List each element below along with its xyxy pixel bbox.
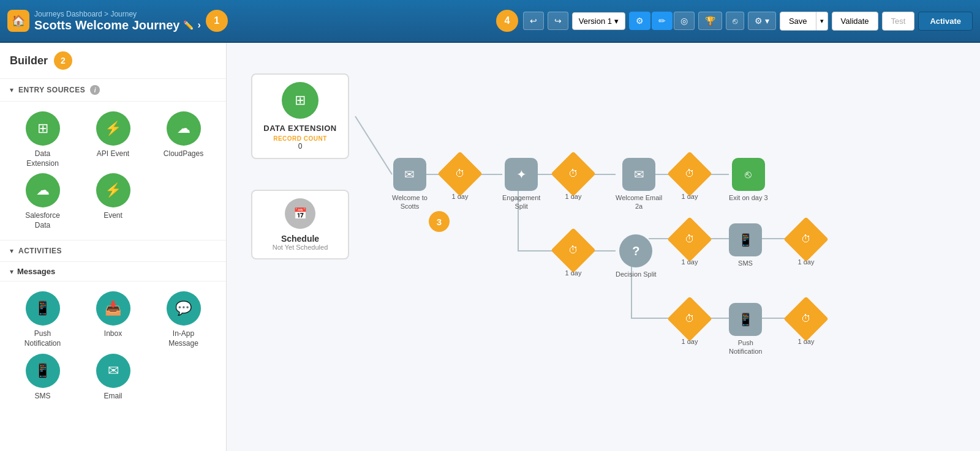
target-view-button[interactable]: ◎ <box>674 12 695 30</box>
journey-title: Scotts Welcome Journey ✏️ › <box>34 18 201 32</box>
push-notification-icon: 📱 <box>26 291 60 326</box>
node-wait5[interactable]: ⏱ 1 day <box>674 223 706 266</box>
schedule-node[interactable]: 📅 Schedule Not Yet Scheduled <box>251 190 349 259</box>
node-exit-day3[interactable]: ⎋ Exit on day 3 <box>729 158 768 202</box>
edit-icon[interactable]: ✏️ <box>183 20 194 30</box>
sidebar-title: Builder <box>10 54 48 67</box>
node-wait1[interactable]: ⏱ 1 day <box>444 158 476 201</box>
entry-sources-info-icon: i <box>90 85 100 95</box>
api-event-icon: ⚡ <box>96 111 130 146</box>
entry-icon: ⊞ <box>282 82 318 119</box>
decision-split-icon: ? <box>619 234 652 267</box>
view-icons: ⚙ ✏ ◎ <box>629 12 695 30</box>
entry-event[interactable]: ⚡ Event <box>80 173 146 230</box>
wait4-icon: ⏱ <box>551 228 596 273</box>
breadcrumb: Journeys Dashboard > Journey <box>34 10 201 18</box>
email-icon: ✉ <box>96 354 130 388</box>
data-extension-icon: ⊞ <box>26 111 60 146</box>
step-badge-1: 1 <box>206 10 228 32</box>
canvas[interactable]: ⊞ DATA EXTENSION RECORD COUNT 0 📅 Schedu… <box>227 43 980 451</box>
entry-title: DATA EXTENSION <box>260 124 341 133</box>
edit-view-button[interactable]: ✏ <box>652 12 673 30</box>
node-welcome-email-2a[interactable]: ✉ Welcome Email2a <box>616 158 662 211</box>
node-sms1[interactable]: 📱 SMS <box>729 223 762 267</box>
sms1-label: SMS <box>738 259 753 267</box>
entry-cloudpages[interactable]: ☁ CloudPages <box>151 111 216 168</box>
messages-chevron[interactable]: ▾ <box>10 267 13 276</box>
activate-button[interactable]: Activate <box>918 12 973 31</box>
entry-sources-header: ▾ ENTRY SOURCES i <box>0 79 226 102</box>
entry-sources-grid: ⊞ DataExtension ⚡ API Event ☁ CloudPages… <box>0 102 226 240</box>
msg-in-app-message[interactable]: 💬 In-AppMessage <box>151 291 216 348</box>
connectors-svg <box>239 55 974 434</box>
entry-data-extension[interactable]: ⊞ DataExtension <box>10 111 75 168</box>
filter-view-button[interactable]: ⚙ <box>629 12 650 30</box>
save-dropdown-button[interactable]: ▾ <box>816 12 828 31</box>
node-decision-split[interactable]: ? Decision Split <box>616 234 657 278</box>
sidebar: Builder 2 ▾ ENTRY SOURCES i ⊞ DataExtens… <box>0 43 227 451</box>
save-button[interactable]: Save <box>780 12 816 31</box>
version-label: Version 1 <box>579 17 612 26</box>
inbox-icon: 📥 <box>96 291 130 326</box>
msg-push-notification[interactable]: 📱 PushNotification <box>10 291 75 348</box>
wait2-icon: ⏱ <box>551 151 596 196</box>
entry-api-event[interactable]: ⚡ API Event <box>80 111 146 168</box>
node-push-notification[interactable]: 📱 PushNotification <box>729 303 762 356</box>
cloudpages-icon: ☁ <box>167 111 201 146</box>
breadcrumb-parent[interactable]: Journeys Dashboard <box>34 10 102 18</box>
node-wait3[interactable]: ⏱ 1 day <box>674 158 706 201</box>
version-dropdown[interactable]: Version 1 ▾ <box>572 12 625 30</box>
sidebar-badge-2: 2 <box>54 51 72 70</box>
welcome-scotts-icon: ✉ <box>393 158 426 191</box>
messages-subheader: ▾ Messages <box>0 262 226 281</box>
msg-email[interactable]: ✉ Email <box>80 354 146 401</box>
title-section: Journeys Dashboard > Journey Scotts Welc… <box>34 10 201 32</box>
sidebar-header: Builder 2 <box>0 43 226 79</box>
wait5-icon: ⏱ <box>667 217 712 262</box>
node-engagement-split[interactable]: ✦ EngagementSplit <box>502 158 540 211</box>
step-badge-3: 3 <box>429 211 450 232</box>
main-layout: Builder 2 ▾ ENTRY SOURCES i ⊞ DataExtens… <box>0 43 980 451</box>
welcome-email-2a-icon: ✉ <box>622 158 655 191</box>
test-button[interactable]: Test <box>882 12 915 31</box>
node-wait7[interactable]: ⏱ 1 day <box>674 303 706 346</box>
validate-button[interactable]: Validate <box>832 12 878 31</box>
push-notification-node-icon: 📱 <box>729 303 762 336</box>
topbar-controls: ↩ ↪ Version 1 ▾ ⚙ ✏ ◎ 🏆 ⎋ ⚙ ▾ Save ▾ Val… <box>523 12 973 31</box>
wait8-icon: ⏱ <box>783 296 829 341</box>
save-group: Save ▾ <box>780 12 828 31</box>
data-extension-label: DataExtension <box>26 149 59 168</box>
step-badge-4: 4 <box>496 10 518 32</box>
settings-button[interactable]: ⚙ ▾ <box>748 12 776 30</box>
version-arrow-icon: ▾ <box>614 17 619 26</box>
welcome-scotts-label: Welcome toScotts <box>392 193 428 211</box>
svg-line-0 <box>355 116 392 174</box>
trophy-button[interactable]: 🏆 <box>698 12 722 30</box>
redo-button[interactable]: ↪ <box>548 12 568 30</box>
activities-chevron[interactable]: ▾ <box>10 247 13 255</box>
engagement-split-icon: ✦ <box>505 158 538 191</box>
in-app-message-icon: 💬 <box>167 291 201 326</box>
node-welcome-scotts[interactable]: ✉ Welcome toScotts <box>392 158 428 211</box>
entry-node[interactable]: ⊞ DATA EXTENSION RECORD COUNT 0 <box>251 73 349 159</box>
wait1-icon: ⏱ <box>437 151 483 196</box>
push-notification-node-label: PushNotification <box>729 338 762 356</box>
api-event-label: API Event <box>97 149 129 159</box>
messages-grid: 📱 PushNotification 📥 Inbox 💬 In-AppMessa… <box>0 281 226 411</box>
entry-salesforce-data[interactable]: ☁ SalesforceData <box>10 173 75 230</box>
node-wait2[interactable]: ⏱ 1 day <box>557 158 589 201</box>
node-wait4[interactable]: ⏱ 1 day <box>557 234 589 277</box>
msg-sms[interactable]: 📱 SMS <box>10 354 75 401</box>
msg-inbox[interactable]: 📥 Inbox <box>80 291 146 348</box>
welcome-email-2a-label: Welcome Email2a <box>616 193 662 211</box>
entry-sources-chevron[interactable]: ▾ <box>10 86 13 94</box>
event-label: Event <box>104 211 123 221</box>
node-wait6[interactable]: ⏱ 1 day <box>790 223 822 266</box>
wait6-icon: ⏱ <box>783 217 829 262</box>
push-notification-label: PushNotification <box>24 329 61 348</box>
node-wait8[interactable]: ⏱ 1 day <box>790 303 822 346</box>
topbar: 🏠 Journeys Dashboard > Journey Scotts We… <box>0 0 980 43</box>
export-button[interactable]: ⎋ <box>726 12 744 30</box>
sms-label: SMS <box>34 392 50 401</box>
undo-button[interactable]: ↩ <box>523 12 544 30</box>
